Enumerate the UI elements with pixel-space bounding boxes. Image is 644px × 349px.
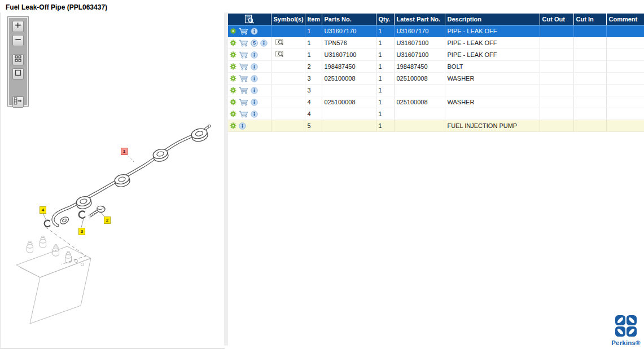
cell-latest-part-no: U31607100 (394, 49, 445, 61)
minus-icon (14, 36, 22, 46)
table-row[interactable]: S1TPN5761U31607100PIPE - LEAK OFF (228, 37, 644, 49)
info-icon[interactable] (251, 28, 258, 35)
zoom-out-button[interactable] (12, 35, 24, 46)
column-header-actions[interactable] (228, 14, 271, 25)
cart-icon[interactable] (239, 111, 248, 118)
cell-comment (606, 49, 644, 61)
gear-icon[interactable] (230, 87, 236, 94)
cell-comment (606, 85, 644, 96)
column-header-parts-no[interactable]: Parts No. (322, 14, 376, 25)
column-header-cut-out[interactable]: Cut Out (540, 14, 573, 25)
gear-icon[interactable] (230, 122, 236, 129)
table-row[interactable]: 1U316071001U31607100PIPE - LEAK OFF (228, 49, 644, 61)
cell-comment (606, 73, 644, 85)
table-row[interactable]: 51FUEL INJECTION PUMP (228, 120, 644, 132)
gear-icon[interactable] (230, 75, 236, 82)
cell-cut-out (540, 96, 573, 108)
symbol-s-icon[interactable]: S (251, 39, 258, 47)
cell-description: WASHER (445, 96, 540, 108)
column-header-cut-in[interactable]: Cut In (573, 14, 606, 25)
cell-actions (228, 25, 271, 37)
column-header-symbols[interactable]: Symbol(s) (271, 14, 305, 25)
cell-comment (606, 61, 644, 73)
info-icon[interactable] (251, 51, 258, 59)
cell-actions (228, 49, 271, 61)
table-row[interactable]: 40251000081025100008WASHER (228, 96, 644, 108)
callout-4[interactable]: 4 (40, 206, 46, 214)
cell-parts-no: TPN576 (322, 37, 376, 49)
info-icon[interactable] (251, 111, 258, 118)
perkins-logo-icon (615, 315, 637, 337)
cart-icon[interactable] (239, 28, 248, 35)
column-header-qty[interactable]: Qty. (376, 14, 394, 25)
cell-item: 3 (305, 85, 322, 96)
column-header-comment[interactable]: Comment (606, 14, 644, 25)
cell-comment (606, 96, 644, 108)
cell-qty: 1 (376, 85, 394, 96)
cell-item: 4 (305, 108, 322, 120)
cell-description: FUEL INJECTION PUMP (445, 120, 540, 132)
cell-latest-part-no (394, 85, 445, 96)
cell-symbols (271, 96, 305, 108)
callout-1[interactable]: 1 (121, 148, 128, 155)
table-row[interactable]: 30251000081025100008WASHER (228, 73, 644, 85)
table-row[interactable]: 1U316071701U31607170PIPE - LEAK OFF (228, 25, 644, 37)
zoom-in-button[interactable] (12, 21, 24, 32)
cell-symbols (271, 108, 305, 120)
cell-comment (606, 108, 644, 120)
cell-cut-in (573, 73, 606, 85)
cell-latest-part-no (394, 120, 445, 132)
gear-icon[interactable] (230, 111, 236, 117)
book-symbol-icon[interactable] (275, 50, 284, 58)
book-symbol-icon[interactable] (275, 38, 284, 46)
gear-icon[interactable] (230, 51, 236, 58)
gear-icon[interactable] (230, 39, 236, 46)
callout-3[interactable]: 3 (78, 228, 85, 235)
info-icon[interactable] (251, 87, 258, 94)
info-icon[interactable] (251, 99, 258, 106)
gear-icon[interactable] (230, 99, 236, 105)
cell-parts-no: U31607170 (322, 25, 376, 37)
cell-latest-part-no (394, 108, 445, 120)
cell-parts-no: 025100008 (322, 96, 376, 108)
search-parts-icon (243, 15, 255, 22)
cell-actions (228, 96, 271, 108)
cell-cut-in (573, 25, 606, 37)
callout-2[interactable]: 2 (104, 217, 111, 224)
info-icon[interactable] (239, 122, 246, 130)
actual-size-button[interactable] (12, 68, 24, 79)
column-header-latest-part-no[interactable]: Latest Part No. (394, 14, 445, 25)
cart-icon[interactable] (239, 51, 248, 59)
fit-all-button[interactable] (12, 54, 24, 65)
gear-icon[interactable] (230, 63, 236, 70)
cell-description: PIPE - LEAK OFF (445, 25, 540, 37)
cell-description (445, 85, 540, 96)
column-header-item[interactable]: Item (305, 14, 322, 25)
info-icon[interactable] (260, 39, 268, 47)
cell-qty: 1 (376, 49, 394, 61)
info-icon[interactable] (251, 75, 258, 82)
cell-cut-out (540, 85, 573, 96)
cart-icon[interactable] (239, 87, 248, 94)
table-row[interactable]: 21984874501198487450BOLT (228, 61, 644, 73)
cart-icon[interactable] (239, 75, 248, 82)
cell-cut-in (573, 37, 606, 49)
collapse-panel-button[interactable] (12, 96, 24, 108)
table-row[interactable]: 41 (228, 108, 644, 120)
table-row[interactable]: 31 (228, 85, 644, 96)
cart-icon[interactable] (239, 99, 248, 106)
cell-qty: 1 (376, 96, 394, 108)
cell-symbols (271, 25, 305, 37)
cart-icon[interactable] (239, 63, 248, 70)
info-icon[interactable] (251, 63, 258, 70)
cell-item: 3 (305, 73, 322, 85)
column-header-description[interactable]: Description (445, 14, 540, 25)
cell-symbols (271, 120, 305, 132)
cell-latest-part-no: 025100008 (394, 96, 445, 108)
pane-divider[interactable] (224, 12, 228, 346)
cell-parts-no (322, 108, 376, 120)
cell-qty: 1 (376, 61, 394, 73)
gear-icon[interactable] (230, 28, 236, 34)
tiles-icon (14, 55, 22, 65)
cart-icon[interactable] (239, 39, 248, 47)
